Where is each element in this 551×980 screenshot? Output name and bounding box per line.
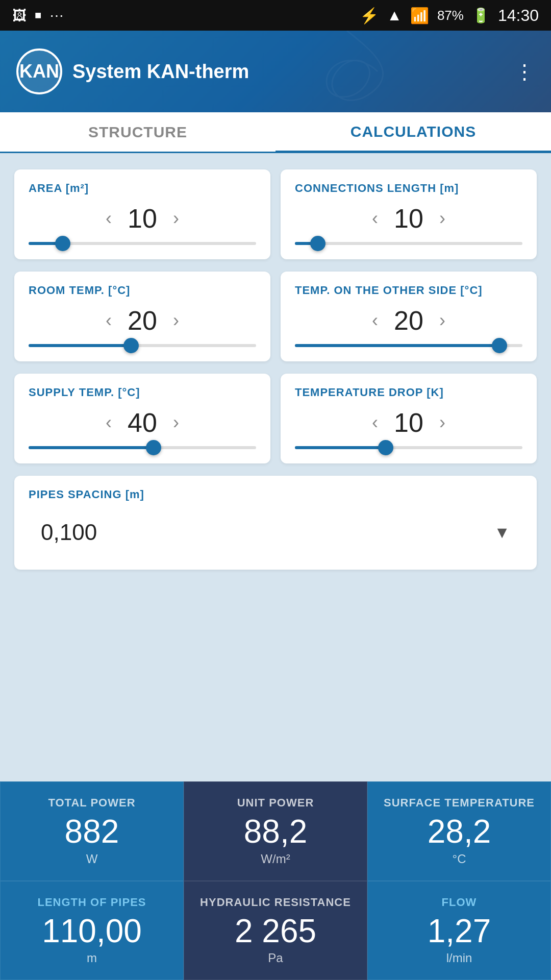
connections-length-stepper: ‹ 10 › — [295, 203, 522, 234]
app-header: KAN System KAN-therm ⋮ — [0, 31, 551, 112]
surface-temp-value: 28,2 — [428, 814, 491, 849]
total-power-unit: W — [86, 852, 98, 866]
room-temp-value: 20 — [122, 305, 163, 336]
supply-temp-slider-track[interactable] — [29, 446, 256, 449]
status-bar-left: 🖼 ■ ⋯ — [12, 7, 64, 24]
tab-bar: STRUCTURE CALCULATIONS — [0, 112, 551, 153]
time-display: 14:30 — [498, 6, 539, 25]
total-power-label: TOTAL POWER — [48, 796, 135, 810]
connections-slider-thumb[interactable] — [310, 236, 325, 251]
temp-other-slider-track[interactable] — [295, 344, 522, 347]
length-of-pipes-value: 110,00 — [42, 913, 142, 949]
signal-icon: 📶 — [410, 7, 429, 24]
hydraulic-resistance-value: 2 265 — [235, 913, 316, 949]
supply-temp-value: 40 — [122, 407, 163, 438]
temp-other-increment-button[interactable]: › — [439, 311, 445, 330]
connections-length-label: CONNECTIONS LENGTH [m] — [295, 182, 522, 195]
connections-length-value: 10 — [388, 203, 429, 234]
tab-calculations[interactable]: CALCULATIONS — [276, 112, 551, 153]
tab-structure[interactable]: STRUCTURE — [0, 112, 276, 152]
unit-power-label: UNIT POWER — [237, 796, 314, 810]
area-slider-thumb[interactable] — [55, 236, 70, 251]
temp-other-slider-fill — [295, 344, 499, 347]
pipes-spacing-dropdown[interactable]: 0,100 ▼ — [29, 509, 522, 555]
app-icon-1: ■ — [35, 9, 41, 22]
card-pipes-spacing: PIPES SPACING [m] 0,100 ▼ — [14, 476, 537, 570]
bottom-stats: TOTAL POWER 882 W UNIT POWER 88,2 W/m² S… — [0, 781, 551, 980]
pipes-spacing-value: 0,100 — [41, 520, 97, 545]
card-connections-length: CONNECTIONS LENGTH [m] ‹ 10 › — [281, 169, 537, 259]
flow-unit: l/min — [446, 951, 472, 965]
room-temp-stepper: ‹ 20 › — [29, 305, 256, 336]
room-temp-slider-thumb[interactable] — [123, 338, 139, 353]
flow-value: 1,27 — [428, 913, 491, 949]
menu-button[interactable]: ⋮ — [514, 60, 535, 83]
temp-drop-label: TEMPERATURE DROP [K] — [295, 386, 522, 399]
temp-other-side-value: 20 — [388, 305, 429, 336]
unit-power-unit: W/m² — [261, 852, 290, 866]
temp-drop-slider-track[interactable] — [295, 446, 522, 449]
connections-increment-button[interactable]: › — [439, 209, 445, 228]
area-stepper: ‹ 10 › — [29, 203, 256, 234]
logo-abbr: KAN — [19, 61, 59, 82]
area-decrement-button[interactable]: ‹ — [106, 209, 112, 228]
supply-temp-increment-button[interactable]: › — [173, 413, 179, 432]
room-temp-label: ROOM TEMP. [°C] — [29, 284, 256, 297]
temp-other-side-label: TEMP. ON THE OTHER SIDE [°C] — [295, 284, 522, 297]
temp-other-side-stepper: ‹ 20 › — [295, 305, 522, 336]
main-content: AREA [m²] ‹ 10 › CONNECTIONS LENGTH [m] … — [0, 153, 551, 781]
row-1: AREA [m²] ‹ 10 › CONNECTIONS LENGTH [m] … — [14, 169, 537, 259]
stat-flow: FLOW 1,27 l/min — [367, 881, 551, 980]
connections-decrement-button[interactable]: ‹ — [372, 209, 378, 228]
area-slider-track[interactable] — [29, 242, 256, 245]
temp-drop-slider-fill — [295, 446, 386, 449]
header-logo: KAN System KAN-therm — [16, 48, 249, 94]
temp-other-slider-thumb[interactable] — [492, 338, 507, 353]
card-supply-temp: SUPPLY TEMP. [°C] ‹ 40 › — [14, 374, 270, 463]
status-bar-right: ⚡ ▲ 📶 87% 🔋 14:30 — [360, 6, 539, 25]
area-value: 10 — [122, 203, 163, 234]
stat-surface-temp: SURFACE TEMPERATURE 28,2 °C — [367, 781, 551, 880]
room-temp-slider-track[interactable] — [29, 344, 256, 347]
card-room-temp: ROOM TEMP. [°C] ‹ 20 › — [14, 272, 270, 361]
room-temp-slider-fill — [29, 344, 131, 347]
temp-other-decrement-button[interactable]: ‹ — [372, 311, 378, 330]
dropdown-arrow-icon: ▼ — [494, 523, 510, 542]
row-3: SUPPLY TEMP. [°C] ‹ 40 › TEMPERATURE DRO… — [14, 374, 537, 463]
supply-temp-slider-fill — [29, 446, 154, 449]
logo-text: System KAN-therm — [72, 61, 249, 83]
supply-temp-label: SUPPLY TEMP. [°C] — [29, 386, 256, 399]
row-2: ROOM TEMP. [°C] ‹ 20 › TEMP. ON THE OTHE… — [14, 272, 537, 361]
card-temp-drop: TEMPERATURE DROP [K] ‹ 10 › — [281, 374, 537, 463]
supply-temp-slider-thumb[interactable] — [146, 440, 161, 455]
pipes-spacing-label: PIPES SPACING [m] — [29, 488, 522, 501]
room-temp-increment-button[interactable]: › — [173, 311, 179, 330]
battery-icon: 🔋 — [472, 7, 490, 24]
supply-temp-stepper: ‹ 40 › — [29, 407, 256, 438]
flow-label: FLOW — [442, 896, 477, 909]
length-of-pipes-label: LENGTH OF PIPES — [37, 896, 146, 909]
stat-length-of-pipes: LENGTH OF PIPES 110,00 m — [0, 881, 184, 980]
surface-temp-label: SURFACE TEMPERATURE — [384, 796, 535, 810]
area-increment-button[interactable]: › — [173, 209, 179, 228]
card-area: AREA [m²] ‹ 10 › — [14, 169, 270, 259]
temp-drop-slider-thumb[interactable] — [378, 440, 393, 455]
card-temp-other-side: TEMP. ON THE OTHER SIDE [°C] ‹ 20 › — [281, 272, 537, 361]
bluetooth-icon: ⚡ — [360, 7, 379, 24]
stat-unit-power: UNIT POWER 88,2 W/m² — [184, 781, 367, 880]
photo-icon: 🖼 — [12, 7, 27, 24]
wifi-icon: ▲ — [387, 7, 402, 24]
app-icon-2: ⋯ — [49, 7, 64, 24]
stat-hydraulic-resistance: HYDRAULIC RESISTANCE 2 265 Pa — [184, 881, 367, 980]
hydraulic-resistance-label: HYDRAULIC RESISTANCE — [200, 896, 351, 909]
total-power-value: 882 — [65, 814, 119, 849]
battery-percentage: 87% — [437, 8, 464, 23]
temp-drop-decrement-button[interactable]: ‹ — [372, 413, 378, 432]
connections-slider-track[interactable] — [295, 242, 522, 245]
surface-temp-unit: °C — [453, 852, 466, 866]
supply-temp-decrement-button[interactable]: ‹ — [106, 413, 112, 432]
room-temp-decrement-button[interactable]: ‹ — [106, 311, 112, 330]
length-of-pipes-unit: m — [87, 951, 97, 965]
status-bar: 🖼 ■ ⋯ ⚡ ▲ 📶 87% 🔋 14:30 — [0, 0, 551, 31]
temp-drop-increment-button[interactable]: › — [439, 413, 445, 432]
